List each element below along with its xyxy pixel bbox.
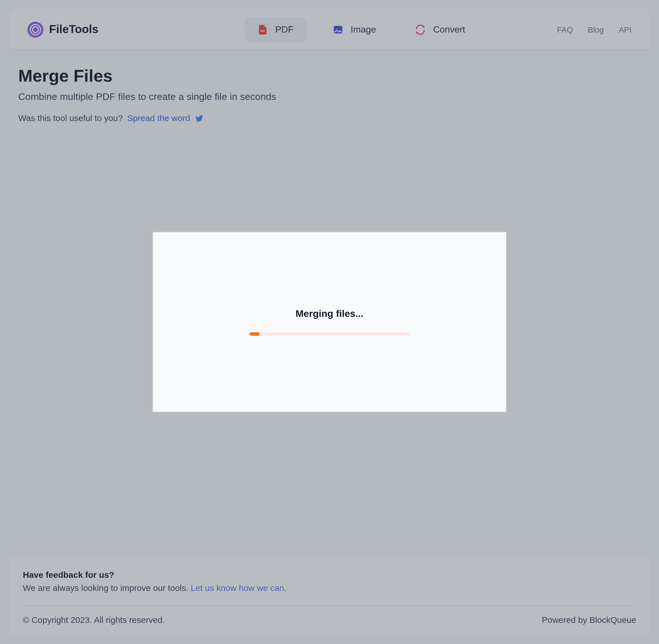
app-root: FileTools PDF PDF Image Convert	[0, 0, 659, 644]
progress-fill	[250, 332, 259, 336]
merge-progress-modal: Merging files...	[153, 232, 506, 412]
progress-bar	[250, 332, 409, 336]
modal-overlay: Merging files...	[0, 0, 659, 644]
modal-title: Merging files...	[296, 308, 363, 320]
